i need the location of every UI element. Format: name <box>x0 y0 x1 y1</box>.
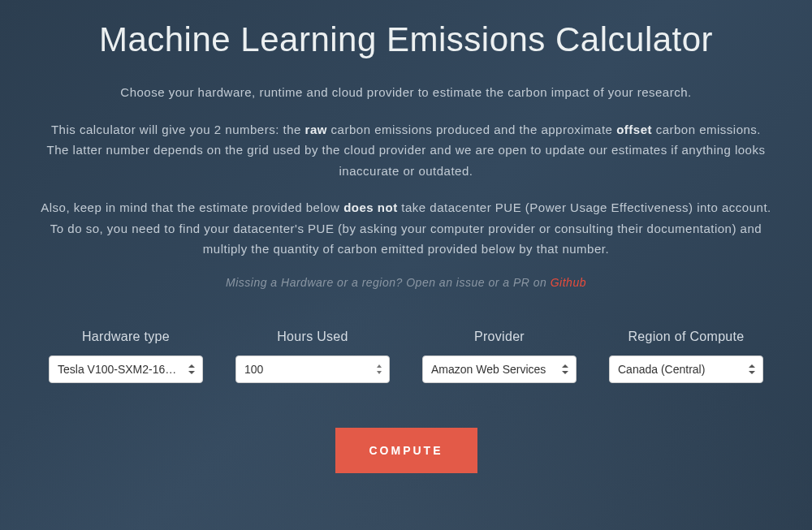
hours-input[interactable] <box>235 355 390 383</box>
pue-text: Also, keep in mind that the estimate pro… <box>41 197 771 260</box>
intro-text: Choose your hardware, runtime and cloud … <box>41 82 771 103</box>
provider-label: Provider <box>474 330 525 344</box>
hardware-select[interactable]: Tesla V100-SXM2-16GB <box>49 355 203 383</box>
hours-group: Hours Used <box>231 330 394 383</box>
offset-bold: offset <box>616 123 652 136</box>
raw-offset-text: This calculator will give you 2 numbers:… <box>41 119 771 182</box>
github-note: Missing a Hardware or a region? Open an … <box>41 276 771 289</box>
doesnot-bold: does not <box>343 200 398 214</box>
region-group: Region of Compute Canada (Central) <box>605 330 767 383</box>
provider-select[interactable]: Amazon Web Services <box>422 355 577 383</box>
page-title: Machine Learning Emissions Calculator <box>41 20 771 59</box>
raw-bold: raw <box>305 123 327 136</box>
text-fragment: Also, keep in mind that the estimate pro… <box>41 200 343 214</box>
text-fragment: This calculator will give you 2 numbers:… <box>51 123 305 136</box>
provider-group: Provider Amazon Web Services <box>418 330 581 383</box>
github-link[interactable]: Github <box>551 276 586 289</box>
text-fragment: carbon emissions produced and the approx… <box>327 123 616 136</box>
text-fragment: Missing a Hardware or a region? Open an … <box>226 276 551 289</box>
hardware-group: Hardware type Tesla V100-SXM2-16GB <box>45 330 207 383</box>
region-select[interactable]: Canada (Central) <box>609 355 763 383</box>
form-row: Hardware type Tesla V100-SXM2-16GB Hours… <box>41 330 771 383</box>
compute-button[interactable]: COMPUTE <box>335 428 477 473</box>
hardware-label: Hardware type <box>82 330 170 344</box>
region-label: Region of Compute <box>628 330 745 344</box>
hours-label: Hours Used <box>277 330 348 344</box>
